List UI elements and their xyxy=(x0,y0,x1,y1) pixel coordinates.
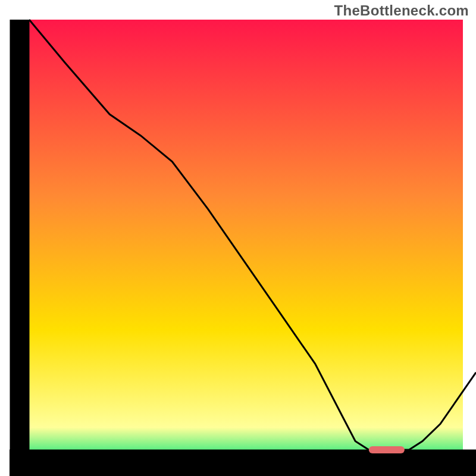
chart-svg xyxy=(0,0,476,476)
plot-area xyxy=(10,20,476,463)
optimal-range-marker xyxy=(369,446,405,453)
bottleneck-chart: TheBottleneck.com xyxy=(0,0,476,476)
watermark-text: TheBottleneck.com xyxy=(334,2,469,19)
